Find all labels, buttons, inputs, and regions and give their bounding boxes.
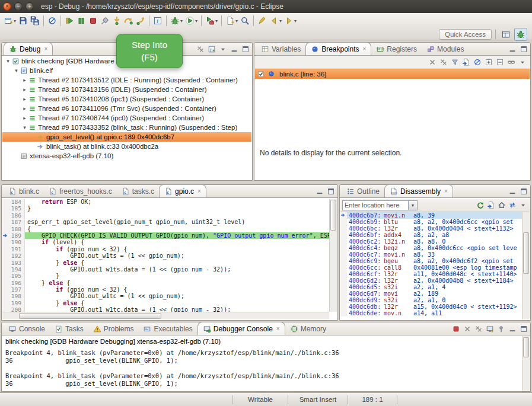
disassembly-line[interactable]: 400dc6d9:s32ia2, a1, 0 — [340, 297, 522, 303]
remove-selected-breakpoints-button[interactable] — [428, 57, 437, 67]
window-maximize-button[interactable] — [26, 2, 34, 11]
code-text[interactable]: } else { — [25, 260, 329, 266]
disassembly-line[interactable]: 400dc6d2:l32ra2, 0x400d04b8 <_stext+1184… — [340, 277, 522, 284]
close-tab-icon[interactable] — [44, 46, 47, 52]
code-text[interactable] — [25, 212, 329, 219]
editor-tab-freertos-hooks-c[interactable]: cfreertos_hooks.c — [44, 185, 117, 197]
show-breakpoints-supported-button[interactable] — [450, 57, 460, 67]
code-text[interactable]: } else { — [25, 300, 329, 306]
skip-all-breakpoints-button[interactable] — [473, 57, 482, 67]
disassembly-line[interactable]: 400dc6c7:movi.na8, 33 — [340, 251, 522, 258]
debug-view-menu-button[interactable] — [218, 44, 228, 54]
view-tab-outline[interactable]: Outline — [342, 185, 384, 197]
suspend-button[interactable] — [75, 14, 87, 27]
close-tab-icon[interactable] — [197, 188, 201, 194]
close-tab-icon[interactable] — [363, 46, 367, 52]
open-perspective-button[interactable] — [499, 28, 512, 41]
remove-launch-button[interactable] — [463, 324, 472, 334]
remove-all-breakpoints-button[interactable] — [439, 57, 448, 67]
breakpoint-checkbox[interactable] — [257, 71, 265, 78]
debug-tree-row[interactable]: ▾Thread #9 1073433352 (blink_task : Runn… — [2, 123, 251, 132]
forward-button-dropdown[interactable] — [294, 18, 297, 24]
scrollbar-thumb[interactable] — [330, 200, 336, 231]
console-tab-memory[interactable]: Memory — [285, 322, 331, 335]
console-tab-problems[interactable]: Problems — [88, 322, 139, 335]
disassembly-line[interactable]: 400dc6c4:beqza8, 0x400dc6cc <gpio_set_le… — [340, 245, 522, 251]
back-button-dropdown[interactable] — [279, 18, 282, 24]
step-return-button[interactable] — [135, 14, 146, 27]
view-tab-variables[interactable]: Variables — [256, 43, 305, 55]
debug-perspective-button[interactable] — [514, 28, 527, 41]
disassembly-line[interactable]: 400dc6c2:l32i.na8, a8, 0 — [340, 238, 522, 245]
last-edit-location-button[interactable] — [256, 14, 268, 27]
disassembly-vertical-scrollbar[interactable] — [522, 212, 530, 319]
code-text[interactable]: GPIO.out1_w1tc.data = (1 << (gpio_num - … — [25, 306, 329, 312]
maximize-view-button[interactable] — [519, 44, 528, 54]
disassembly-line[interactable]: 400dc6de:mov.na14, a11 — [340, 310, 522, 317]
refresh-disassembly-button[interactable] — [476, 200, 485, 210]
window-titlebar[interactable]: esp - Debug - /home/krzysztof/esp/esp-id… — [0, 0, 532, 13]
debug-tree-row[interactable]: ▸Thread #5 1073410208 (ipc1) (Suspended … — [2, 94, 251, 104]
save-all-button[interactable] — [29, 14, 41, 27]
code-text[interactable]: } — [25, 205, 329, 212]
instruction-stepping-button[interactable]: i — [152, 14, 164, 27]
forward-button[interactable] — [283, 14, 298, 27]
disassembly-line[interactable]: 400dc6b9:bltua8, a2, 0x400dc6cc <gpio_se… — [340, 219, 522, 225]
expander-icon[interactable]: ▸ — [21, 87, 28, 92]
disassembly-line[interactable]: 400dc6d7:movia2, 189 — [340, 290, 522, 297]
code-text[interactable]: } — [25, 273, 329, 279]
resume-button[interactable] — [63, 14, 75, 27]
debug-tree-row[interactable]: ▸Thread #6 1073411096 (Tmr Svc) (Suspend… — [2, 104, 251, 113]
scrollbar-thumb[interactable] — [523, 232, 529, 274]
new-source-file-button-dropdown[interactable] — [235, 18, 238, 24]
disconnect-button[interactable] — [99, 14, 111, 27]
disassembly-line[interactable]: 400dc6bf:addx4a8, a2, a8 — [340, 232, 522, 238]
code-text[interactable]: if (gpio_num < 32) { — [25, 246, 329, 252]
editor-horizontal-scrollbar[interactable] — [2, 312, 329, 319]
disassembly-content[interactable]: 400dc6b7:movi.na8, 39400dc6b9:bltua8, a2… — [340, 212, 522, 319]
maximize-view-button[interactable] — [241, 44, 250, 54]
back-button[interactable] — [268, 14, 283, 27]
disassembly-line[interactable]: 400dc6b7:movi.na8, 39 — [340, 212, 522, 219]
debug-tree-row[interactable]: blink_task() at blink.c:33 0x400dbc2a — [2, 142, 251, 151]
minimize-view-button[interactable] — [315, 187, 324, 196]
debug-button-dropdown[interactable] — [180, 18, 183, 24]
view-tab-disassembly[interactable]: 0101Disassembly — [384, 184, 453, 197]
expander-icon[interactable]: ▸ — [21, 115, 28, 121]
terminate-button[interactable] — [87, 14, 99, 27]
console-tab-executables[interactable]: Executables — [138, 322, 197, 335]
skip-all-breakpoints-button[interactable] — [46, 14, 58, 27]
expander-icon[interactable]: ▸ — [21, 96, 28, 102]
scrollbar-thumb[interactable] — [523, 337, 529, 357]
run-button-dropdown[interactable] — [195, 18, 197, 24]
display-selected-console-button[interactable] — [485, 324, 495, 334]
maximize-view-button[interactable] — [519, 187, 528, 196]
debug-button[interactable] — [169, 14, 184, 27]
expander-icon[interactable]: ▸ — [21, 77, 28, 83]
breakpoint-row[interactable]: blink.c [line: 36] — [255, 69, 530, 79]
sync-with-context-button[interactable] — [508, 200, 517, 210]
view-tab-modules[interactable]: Modules — [422, 43, 469, 55]
console-tab-debugger-console[interactable]: Debugger Console — [197, 322, 285, 335]
new-button[interactable] — [2, 14, 17, 27]
close-tab-icon[interactable] — [444, 188, 448, 194]
code-text[interactable]: GPIO.out_w1tc = (1 << gpio_num); — [25, 293, 329, 299]
view-tab-breakpoints[interactable]: Breakpoints — [305, 42, 371, 55]
code-text[interactable]: { — [25, 226, 329, 232]
terminate-console-button[interactable] — [451, 324, 461, 334]
step-into-button[interactable] — [111, 14, 123, 27]
disassembly-line[interactable]: 400dc6cc:call80x40081e00 <esp_log_timest… — [340, 264, 522, 271]
code-editor[interactable]: 184 return ESP_OK;185}186187esp_err_t gp… — [2, 199, 329, 312]
editor-tab-blink-c[interactable]: cblink.c — [4, 185, 44, 197]
disassembly-line[interactable]: 400dc6bc:l32ra8, 0x400d0404 <_stext+1132… — [340, 225, 522, 232]
quick-access-button[interactable]: Quick Access — [439, 29, 492, 40]
expander-icon[interactable]: ▾ — [13, 68, 20, 73]
debug-tab-debug[interactable]: Debug — [4, 42, 53, 55]
debug-tree-row[interactable]: xtensa-esp32-elf-gdb (7.10) — [2, 151, 251, 161]
window-minimize-button[interactable] — [14, 2, 23, 11]
run-button[interactable] — [184, 14, 199, 27]
collapse-all-button[interactable] — [495, 57, 505, 67]
minimize-view-button[interactable] — [508, 187, 517, 196]
save-button[interactable] — [17, 14, 29, 27]
debug-tree-row[interactable]: ▸Thread #7 1073408744 (ipc0) (Suspended … — [2, 113, 251, 123]
